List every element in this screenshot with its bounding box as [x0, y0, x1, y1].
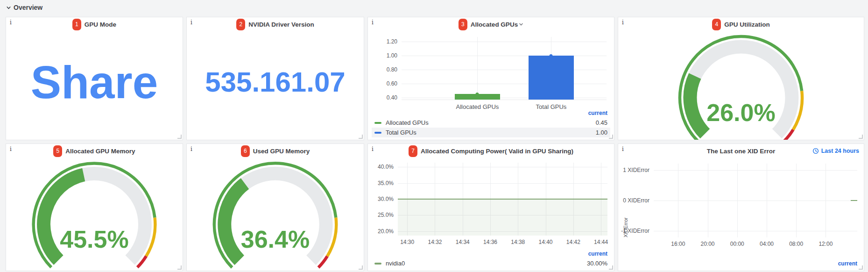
gridline: [477, 37, 478, 100]
gridline: [654, 200, 857, 201]
y-tick: 20.0%: [378, 228, 394, 235]
panel-resize-handle[interactable]: [859, 265, 863, 270]
y-tick: 1.00: [387, 52, 397, 59]
x-tick: 14:42: [566, 239, 580, 245]
gauge-value: 26.0%: [618, 100, 864, 125]
panel-header: 2 NVIDIA Driver Version: [187, 17, 364, 31]
series-swatch-icon: [374, 122, 381, 124]
panel-resize-handle[interactable]: [609, 135, 613, 139]
panel-xid-error: i The Last one XID Error Last 24 hours X…: [618, 143, 864, 271]
stat-value-gpu-mode: Share: [6, 31, 183, 140]
series-line-xid-error: [851, 200, 857, 201]
legend-row: Allocated GPUs 0.45: [372, 118, 610, 128]
gridline: [708, 164, 708, 237]
gridline: [678, 164, 678, 237]
legend-value: 30.00%: [587, 260, 607, 267]
y-tick: 0 XIDError: [623, 197, 649, 204]
panel-resize-handle[interactable]: [177, 265, 182, 270]
section-overview[interactable]: Overview: [6, 2, 42, 13]
gridline: [796, 164, 797, 237]
legend-value: 1.00: [596, 129, 607, 136]
chart-legend: current: [622, 259, 860, 268]
panel-title[interactable]: Allocated GPU Memory: [65, 148, 135, 155]
panel-resize-handle[interactable]: [177, 135, 182, 139]
y-tick: 1.20: [387, 38, 397, 45]
panel-header: 5 Allocated GPU Memory: [6, 144, 183, 158]
gauge-arc: [6, 161, 183, 271]
gridline: [402, 42, 607, 42]
x-tick: 00:00: [730, 241, 744, 247]
x-tick: 14:40: [539, 239, 553, 245]
x-tick: 08:00: [789, 241, 803, 247]
panel-title[interactable]: NVIDIA Driver Version: [248, 21, 314, 28]
x-tick: 14:38: [511, 239, 525, 245]
panel-allocated-computing-power: i 7 Allocated Computing Power( Valid in …: [367, 143, 614, 271]
legend-column-current[interactable]: current: [372, 250, 610, 258]
legend-label[interactable]: Allocated GPUs: [386, 119, 429, 126]
panel-number-badge: 2: [236, 19, 245, 30]
panel-number-badge: 7: [409, 145, 417, 157]
legend-row: Total GPUs 1.00: [372, 128, 610, 137]
panel-number-badge: 4: [712, 19, 721, 30]
gauge-value: 45.5%: [6, 227, 183, 251]
x-tick: 14:44: [594, 239, 608, 245]
bar-marker-dot: [476, 93, 479, 96]
y-tick: -1 XIDError: [621, 228, 649, 234]
series-swatch-icon: [374, 132, 381, 134]
stat-value-driver-version: 535.161.07: [187, 31, 364, 140]
x-tick: 14:34: [456, 239, 470, 245]
panel-title[interactable]: The Last one XID Error: [707, 148, 775, 155]
panel-number-badge: 5: [53, 145, 62, 157]
y-tick: 25.0%: [378, 212, 394, 218]
y-tick: 0.80: [387, 66, 397, 73]
panel-title[interactable]: Used GPU Memory: [253, 148, 310, 155]
gauge-arc: [187, 161, 364, 271]
panel-gpu-utilization: i 4 GPU Utilization 26.0%: [618, 17, 864, 140]
y-tick: 30.0%: [378, 196, 394, 202]
legend-column-current[interactable]: current: [622, 259, 860, 268]
clock-icon: [812, 148, 819, 154]
y-tick: 1 XIDError: [623, 167, 649, 173]
series-swatch-icon: [374, 263, 381, 265]
panel-header: 1 GPU Mode: [6, 17, 183, 31]
panel-allocated-gpus: i 3 Allocated GPUs 1.20 1.00 0.80 0.60 0…: [367, 17, 614, 140]
bar-total-gpus: [529, 56, 574, 100]
y-tick: 35.0%: [378, 180, 394, 186]
gridline: [737, 164, 738, 237]
timeseries-plot: XIDError 1 XIDError 0 XIDError -1 XIDErr…: [654, 164, 857, 237]
section-title: Overview: [14, 4, 42, 11]
panel-title[interactable]: GPU Utilization: [724, 21, 770, 28]
panel-header: 7 Allocated Computing Power( Valid in GP…: [368, 144, 614, 158]
legend-label[interactable]: nvidia0: [386, 260, 405, 267]
x-tick: 16:00: [671, 241, 685, 247]
gridline: [402, 70, 607, 70]
panel-header: 4 GPU Utilization: [618, 17, 864, 31]
chevron-down-icon: [6, 5, 11, 10]
panel-used-gpu-memory: i 6 Used GPU Memory 36.4%: [186, 143, 364, 271]
panel-title[interactable]: Allocated Computing Power( Valid in GPU …: [421, 148, 573, 155]
x-tick: 20:00: [701, 241, 715, 247]
legend-column-current[interactable]: current: [372, 109, 610, 118]
panel-resize-handle[interactable]: [359, 265, 363, 270]
chart-legend: current nvidia0 30.00%: [372, 250, 610, 268]
time-range-link[interactable]: Last 24 hours: [812, 148, 859, 154]
panel-title[interactable]: GPU Mode: [85, 21, 116, 28]
panel-number-badge: 3: [459, 19, 467, 30]
y-tick: 0.40: [387, 94, 397, 101]
panel-title[interactable]: Allocated GPUs: [471, 21, 523, 28]
panel-resize-handle[interactable]: [859, 135, 863, 139]
panel-allocated-gpu-memory: i 5 Allocated GPU Memory 45.5%: [6, 143, 183, 271]
gridline: [654, 170, 857, 171]
panel-nvidia-driver-version: i 2 NVIDIA Driver Version 535.161.07: [186, 17, 364, 140]
gridline: [398, 167, 607, 167]
panel-number-badge: 6: [241, 145, 250, 157]
panel-resize-handle[interactable]: [359, 135, 363, 139]
legend-label[interactable]: Total GPUs: [386, 129, 416, 136]
panel-resize-handle[interactable]: [609, 265, 613, 270]
gridline: [398, 183, 607, 184]
panel-header: 3 Allocated GPUs: [368, 17, 614, 31]
x-tick: 04:00: [760, 241, 774, 247]
x-tick: 14:32: [428, 239, 442, 245]
gridline: [402, 56, 607, 56]
gridline: [402, 84, 607, 84]
